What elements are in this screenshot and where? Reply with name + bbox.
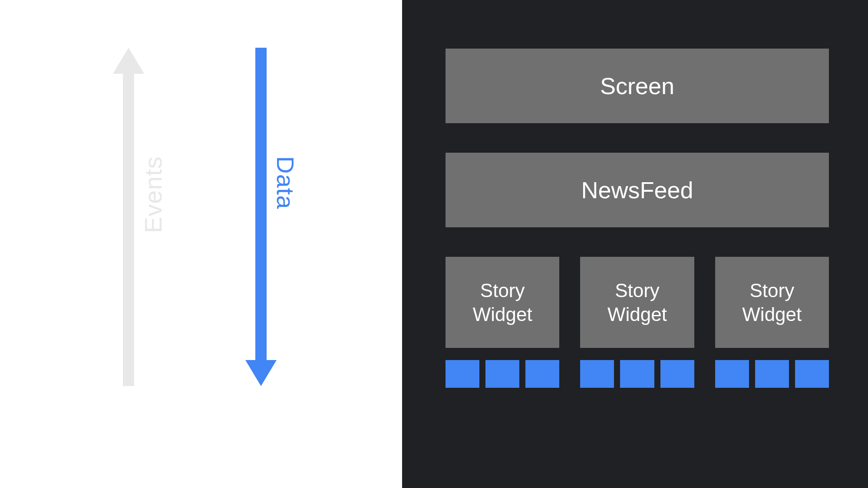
screen-block: Screen — [446, 49, 829, 123]
story-widget-column: StoryWidget — [580, 257, 694, 388]
chip — [715, 360, 749, 388]
chip — [580, 360, 614, 388]
data-arrow: Data — [245, 48, 277, 386]
chip — [485, 360, 519, 388]
chip — [795, 360, 829, 388]
events-arrow-label: Events — [139, 156, 167, 233]
right-panel: Screen NewsFeed StoryWidgetStoryWidgetSt… — [402, 0, 868, 488]
newsfeed-label: NewsFeed — [581, 177, 693, 203]
arrow-down-icon — [245, 360, 277, 386]
left-panel: Events Data — [0, 0, 402, 488]
data-arrow-label: Data — [271, 156, 300, 209]
chip — [755, 360, 789, 388]
story-widget-column: StoryWidget — [715, 257, 829, 388]
story-widget-label: StoryWidget — [742, 278, 802, 326]
screen-label: Screen — [600, 72, 674, 99]
chip — [525, 360, 559, 388]
component-hierarchy: Screen NewsFeed StoryWidgetStoryWidgetSt… — [446, 49, 829, 388]
story-widget-label: StoryWidget — [473, 278, 532, 326]
chips-row — [580, 360, 694, 388]
story-widget-block: StoryWidget — [580, 257, 694, 348]
events-arrow: Events — [113, 48, 144, 386]
chips-row — [715, 360, 829, 388]
story-widget-block: StoryWidget — [715, 257, 829, 348]
widgets-row: StoryWidgetStoryWidgetStoryWidget — [446, 257, 829, 388]
arrow-up-icon — [113, 48, 144, 74]
chip — [446, 360, 479, 388]
chips-row — [446, 360, 559, 388]
story-widget-block: StoryWidget — [446, 257, 559, 348]
story-widget-label: StoryWidget — [607, 278, 667, 326]
story-widget-column: StoryWidget — [446, 257, 559, 388]
chip — [660, 360, 694, 388]
arrow-shaft — [123, 74, 134, 386]
chip — [620, 360, 654, 388]
arrow-shaft — [255, 48, 267, 360]
newsfeed-block: NewsFeed — [446, 153, 829, 227]
